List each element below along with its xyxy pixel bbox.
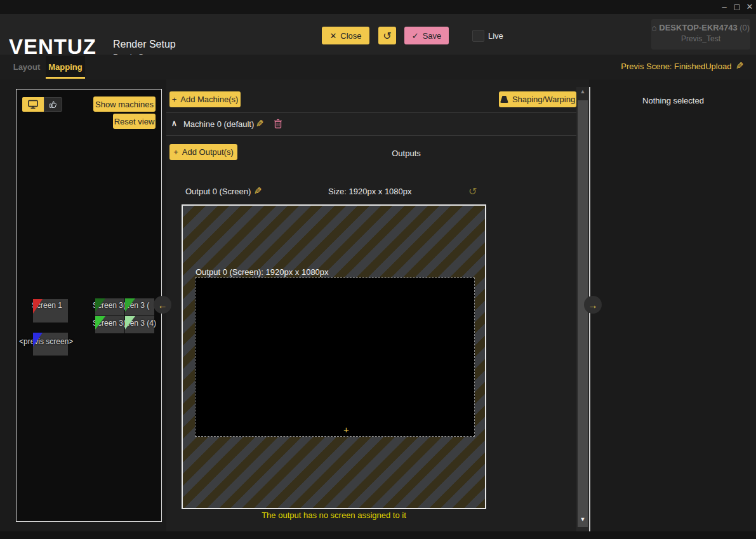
tab-layout[interactable]: Layout xyxy=(9,56,44,77)
header: VENTUZ Render Setup Previs Scene ✕ Close… xyxy=(0,14,756,55)
plus-icon: + xyxy=(173,147,178,157)
thumbs-up-icon xyxy=(48,100,58,109)
add-machines-button[interactable]: + Add Machine(s) xyxy=(169,91,241,107)
live-label: Live xyxy=(488,31,503,41)
delete-machine-icon[interactable] xyxy=(274,119,282,129)
window-bottom-edge xyxy=(0,531,756,539)
arrow-left-icon: ← xyxy=(158,300,168,310)
output-size: Size: 1920px x 1080px xyxy=(328,187,412,196)
expand-panel-button[interactable]: → xyxy=(584,296,602,314)
close-button-label: Close xyxy=(340,31,361,41)
scrollbar-thumb[interactable] xyxy=(578,100,588,527)
tab-mapping[interactable]: Mapping xyxy=(46,56,85,77)
show-machines-button[interactable]: Show machines xyxy=(93,96,156,112)
previs-scene-edit[interactable]: Previs Scene: FinishedUpload ✎ xyxy=(621,60,744,72)
machine-row[interactable]: ∧ Machine 0 (default) ✎ xyxy=(166,113,576,135)
add-machines-label: Add Machine(s) xyxy=(180,95,238,104)
shaping-bell-icon xyxy=(500,96,508,103)
monitor-icon xyxy=(27,100,39,109)
output-rect[interactable]: + xyxy=(195,277,475,437)
maximize-icon[interactable]: ◻ xyxy=(731,2,743,11)
output-canvas-label: Output 0 (Screen): 1920px x 1080px xyxy=(196,267,329,277)
render-setup-window: – ◻ ✕ VENTUZ Render Setup Previs Scene ✕… xyxy=(0,0,756,539)
inspector-empty-message: Nothing selected xyxy=(590,96,756,105)
tab-mapping-underline xyxy=(46,77,85,79)
minimize-icon[interactable]: – xyxy=(718,2,731,11)
monitor-view-toggle[interactable] xyxy=(22,97,44,112)
edit-pencil-icon: ✎ xyxy=(736,60,744,72)
close-window-icon[interactable]: ✕ xyxy=(743,2,756,11)
output-status-message: The output has no screen assigned to it xyxy=(182,510,486,520)
save-check-icon: ✓ xyxy=(412,31,419,41)
previs-scene-label: Previs Scene: FinishedUpload xyxy=(621,62,731,71)
shaping-warping-label: Shaping/Warping xyxy=(512,95,575,104)
thumbs-view-toggle[interactable] xyxy=(44,97,62,112)
plus-crosshair-icon: + xyxy=(343,424,349,435)
reset-view-label: Reset view xyxy=(114,117,155,126)
outputs-header: Outputs xyxy=(381,149,432,158)
collapse-panel-button[interactable]: ← xyxy=(154,296,171,314)
reset-output-icon[interactable]: ↺ xyxy=(468,185,477,197)
output-canvas[interactable]: Output 0 (Screen): 1920px x 1080px + xyxy=(182,204,486,509)
show-machines-label: Show machines xyxy=(95,100,154,109)
close-button[interactable]: ✕ Close xyxy=(322,27,369,44)
edit-machine-icon[interactable]: ✎ xyxy=(256,118,264,130)
close-x-icon: ✕ xyxy=(329,31,336,41)
machine-title: Machine 0 (default) xyxy=(183,119,254,129)
chevron-up-icon[interactable]: ∧ xyxy=(171,119,177,128)
edit-output-icon[interactable]: ✎ xyxy=(254,185,262,197)
shaping-warping-button[interactable]: Shaping/Warping xyxy=(499,91,576,107)
arrow-right-icon: → xyxy=(588,300,598,310)
screen-tile-label: <previs screen> xyxy=(19,337,73,346)
host-machine-card[interactable]: ⌂ DESKTOP-EKR4743 (0) Previs_Test xyxy=(651,19,750,50)
scrollbar-down-icon[interactable]: ▼ xyxy=(578,516,587,522)
add-outputs-button[interactable]: + Add Output(s) xyxy=(169,144,237,160)
host-name: ⌂ DESKTOP-EKR4743 (0) xyxy=(651,23,750,32)
titlebar: – ◻ ✕ xyxy=(0,0,756,14)
add-outputs-label: Add Output(s) xyxy=(182,147,234,157)
reload-icon: ↺ xyxy=(383,30,391,42)
save-button[interactable]: ✓ Save xyxy=(404,27,449,44)
scrollbar-up-icon[interactable]: ▲ xyxy=(578,88,587,95)
divider xyxy=(166,135,576,136)
save-button-label: Save xyxy=(423,31,442,41)
reload-button[interactable]: ↺ xyxy=(378,27,396,44)
reset-view-button[interactable]: Reset view xyxy=(113,114,156,129)
host-count: (0) xyxy=(739,23,750,32)
home-icon: ⌂ xyxy=(652,23,659,32)
plus-icon: + xyxy=(172,95,177,104)
output-title: Output 0 (Screen) xyxy=(185,187,251,196)
live-checkbox[interactable] xyxy=(472,30,484,42)
host-project: Previs_Test xyxy=(651,34,750,43)
page-title: Render Setup xyxy=(113,39,176,50)
